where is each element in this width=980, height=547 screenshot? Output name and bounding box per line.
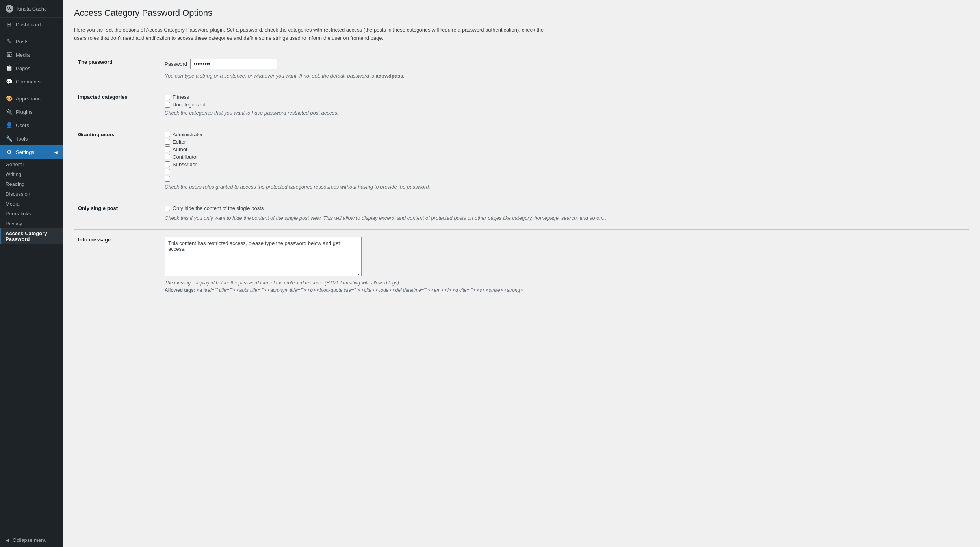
- sidebar-item-label: Appearance: [16, 96, 43, 102]
- category-uncategorized[interactable]: Uncategorized: [165, 102, 965, 108]
- sidebar-item-label: Media: [16, 52, 30, 58]
- tools-icon: 🔧: [6, 135, 13, 142]
- role-administrator-label: Administrator: [173, 132, 203, 137]
- category-uncategorized-checkbox[interactable]: [165, 102, 170, 108]
- role-editor-label: Editor: [173, 139, 186, 145]
- subnav-item-discussion[interactable]: Discussion: [0, 189, 63, 199]
- sidebar-item-dashboard[interactable]: ⊞ Dashboard: [0, 18, 63, 31]
- collapse-label: Collapse menu: [13, 537, 47, 543]
- granting-users-row: Granting users Administrator Editor Auth…: [74, 124, 969, 198]
- impacted-categories-label: Impacted categories: [74, 87, 161, 124]
- sidebar-logo: W Kinsta Cache: [0, 0, 63, 18]
- sidebar-item-label: Comments: [16, 79, 41, 85]
- category-fitness[interactable]: Fitness: [165, 94, 965, 100]
- only-single-post-checkbox[interactable]: [165, 206, 170, 211]
- nav-divider-1: [0, 33, 63, 33]
- only-single-post-checkbox-text: Only hide the content of the single post…: [173, 205, 264, 211]
- info-message-textarea[interactable]: This content has restricted access, plea…: [165, 237, 362, 276]
- password-content: Password You can type a string or a sent…: [161, 52, 969, 87]
- role-administrator-checkbox[interactable]: [165, 132, 170, 137]
- users-icon: 👤: [6, 122, 13, 129]
- subnav-item-permalinks[interactable]: Permalinks: [0, 209, 63, 219]
- role-author-checkbox[interactable]: [165, 146, 170, 152]
- role-extra-2-checkbox[interactable]: [165, 176, 170, 182]
- plugins-icon: 🔌: [6, 108, 13, 115]
- subnav-item-access-category-password[interactable]: Access Category Password: [0, 228, 63, 244]
- only-single-post-hint: Check this if you only want to hide the …: [165, 214, 965, 222]
- role-editor[interactable]: Editor: [165, 139, 965, 145]
- only-single-post-checkbox-label[interactable]: Only hide the content of the single post…: [165, 205, 965, 211]
- role-administrator[interactable]: Administrator: [165, 132, 965, 137]
- impacted-categories-row: Impacted categories Fitness Uncategorize…: [74, 87, 969, 124]
- role-contributor-checkbox[interactable]: [165, 154, 170, 159]
- role-subscriber-checkbox[interactable]: [165, 161, 170, 167]
- sidebar-settings-label: Settings: [16, 149, 34, 155]
- roles-checkbox-group: Administrator Editor Author Contributor: [165, 132, 965, 182]
- only-single-post-row: Only single post Only hide the content o…: [74, 198, 969, 230]
- default-password: acpwdpass: [375, 73, 403, 79]
- main-content: Access Category Password Options Here yo…: [63, 0, 980, 547]
- granting-users-hint: Check the users roles granted to access …: [165, 183, 965, 191]
- password-field-row: Password: [165, 59, 965, 69]
- password-input[interactable]: [190, 59, 277, 69]
- sidebar-item-users[interactable]: 👤 Users: [0, 119, 63, 132]
- role-subscriber-label: Subscriber: [173, 161, 197, 167]
- sidebar-item-comments[interactable]: 💬 Comments: [0, 75, 63, 88]
- page-description: Here you can set the options of Access C…: [74, 26, 547, 43]
- sidebar-item-label: Users: [16, 122, 29, 128]
- role-editor-checkbox[interactable]: [165, 139, 170, 145]
- info-message-content: This content has restricted access, plea…: [161, 229, 969, 301]
- categories-checkbox-group: Fitness Uncategorized: [165, 94, 965, 108]
- sidebar-logo-label: Kinsta Cache: [17, 6, 47, 12]
- granting-users-label: Granting users: [74, 124, 161, 198]
- sidebar-item-posts[interactable]: ✎ Posts: [0, 35, 63, 48]
- role-extra-1[interactable]: [165, 169, 965, 174]
- info-message-label: Info message: [74, 229, 161, 301]
- role-contributor-label: Contributor: [173, 154, 198, 160]
- collapse-menu-button[interactable]: ◀ Collapse menu: [0, 533, 63, 547]
- sidebar-item-plugins[interactable]: 🔌 Plugins: [0, 105, 63, 119]
- sidebar-item-label: Posts: [16, 39, 29, 45]
- sidebar-item-settings[interactable]: ⚙ Settings ◀: [0, 145, 63, 159]
- posts-icon: ✎: [6, 38, 13, 45]
- media-icon: 🖼: [6, 51, 13, 58]
- granting-users-content: Administrator Editor Author Contributor: [161, 124, 969, 198]
- sidebar-item-label: Dashboard: [16, 22, 41, 28]
- sidebar-item-label: Tools: [16, 136, 28, 142]
- categories-hint: Check the categories that you want to ha…: [165, 109, 965, 117]
- settings-icon: ⚙: [6, 148, 13, 156]
- role-extra-2[interactable]: [165, 176, 965, 182]
- subnav-item-reading[interactable]: Reading: [0, 179, 63, 189]
- subnav-item-media[interactable]: Media: [0, 199, 63, 209]
- settings-subnav: General Writing Reading Discussion Media…: [0, 159, 63, 245]
- password-row: The password Password You can type a str…: [74, 52, 969, 87]
- page-title: Access Category Password Options: [74, 8, 969, 18]
- password-field-label: Password: [165, 61, 187, 67]
- role-extra-1-checkbox[interactable]: [165, 169, 170, 174]
- sidebar-item-appearance[interactable]: 🎨 Appearance: [0, 92, 63, 105]
- dashboard-icon: ⊞: [6, 21, 13, 28]
- password-hint: You can type a string or a sentence, or …: [165, 72, 965, 80]
- subnav-item-general[interactable]: General: [0, 159, 63, 169]
- role-contributor[interactable]: Contributor: [165, 154, 965, 160]
- appearance-icon: 🎨: [6, 95, 13, 102]
- category-fitness-label: Fitness: [173, 94, 189, 100]
- info-message-row: Info message This content has restricted…: [74, 229, 969, 301]
- subnav-item-writing[interactable]: Writing: [0, 169, 63, 179]
- sidebar-item-tools[interactable]: 🔧 Tools: [0, 132, 63, 145]
- role-subscriber[interactable]: Subscriber: [165, 161, 965, 167]
- category-fitness-checkbox[interactable]: [165, 95, 170, 100]
- sidebar-item-pages[interactable]: 📋 Pages: [0, 61, 63, 75]
- sidebar-item-label: Pages: [16, 65, 30, 71]
- subnav-item-privacy[interactable]: Privacy: [0, 219, 63, 228]
- info-message-hint: The message displayed before the passwor…: [165, 279, 559, 294]
- sidebar-item-media[interactable]: 🖼 Media: [0, 48, 63, 61]
- sidebar-item-label: Plugins: [16, 109, 33, 115]
- pages-icon: 📋: [6, 65, 13, 72]
- settings-chevron-icon: ◀: [54, 150, 58, 154]
- impacted-categories-content: Fitness Uncategorized Check the categori…: [161, 87, 969, 124]
- role-author[interactable]: Author: [165, 146, 965, 152]
- only-single-post-label: Only single post: [74, 198, 161, 230]
- only-single-post-content: Only hide the content of the single post…: [161, 198, 969, 230]
- sidebar: W Kinsta Cache ⊞ Dashboard ✎ Posts 🖼 Med…: [0, 0, 63, 547]
